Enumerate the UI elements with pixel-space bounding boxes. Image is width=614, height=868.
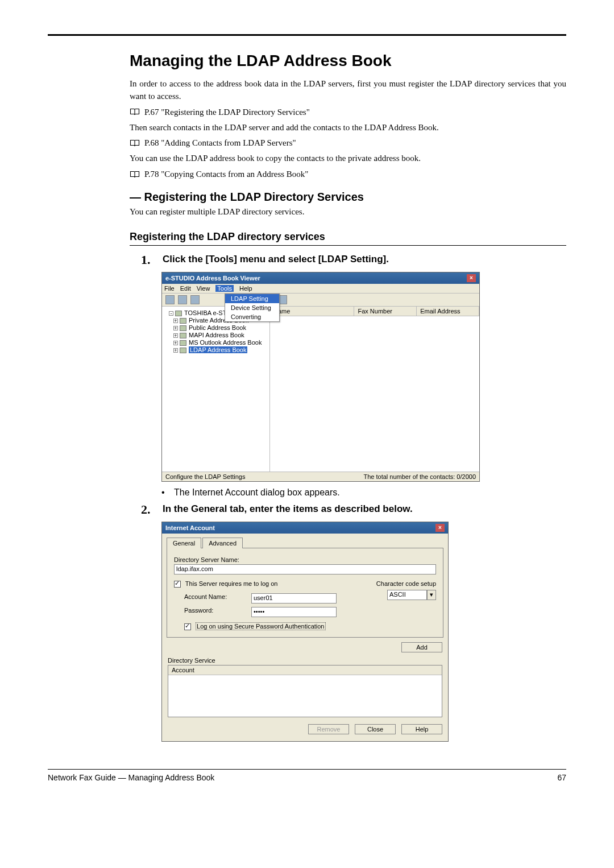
body-line-2: Then search contacts in the LDAP server … (130, 122, 566, 134)
col-account: Account (168, 666, 442, 675)
tree-item-ldap[interactable]: LDAP Address Book (189, 346, 247, 353)
charset-label: Character code setup (376, 580, 436, 587)
bullet-text: The Internet Account dialog box appears. (174, 487, 340, 498)
status-right: The total number of the contacts: 0/2000 (363, 473, 476, 480)
close-icon[interactable]: × (467, 274, 476, 282)
dir-server-label: Directory Server Name: (174, 556, 436, 563)
tab-advanced[interactable]: Advanced (202, 538, 243, 548)
contact-list: Name Fax Number Email Address (270, 307, 479, 472)
intro-text: In order to access to the address book d… (130, 78, 566, 103)
toolbar-icon[interactable] (178, 295, 187, 304)
toolbar-icon[interactable] (190, 295, 200, 304)
close-button[interactable]: Close (355, 724, 396, 734)
password-input[interactable]: ••••• (251, 607, 337, 617)
require-login-checkbox[interactable] (174, 581, 181, 588)
page-title: Managing the LDAP Address Book (130, 52, 566, 70)
col-fax[interactable]: Fax Number (354, 307, 417, 316)
directory-service-list[interactable]: Account (168, 665, 442, 717)
directory-service-label: Directory Service (168, 657, 442, 664)
dialog-title: Internet Account (165, 524, 215, 531)
menu-item-ldap-setting[interactable]: LDAP Setting (225, 294, 279, 303)
tab-general[interactable]: General (167, 538, 201, 548)
tree-item[interactable]: Public Address Book (189, 324, 246, 331)
body-line-3: You can use the LDAP address book to cop… (130, 152, 566, 165)
footer-page-number: 67 (557, 773, 566, 782)
account-name-input[interactable]: user01 (251, 593, 337, 604)
book-icon (130, 108, 140, 116)
secure-auth-checkbox[interactable] (184, 623, 191, 630)
tools-dropdown: LDAP Setting Device Setting Converting (225, 294, 280, 322)
window-title: e-STUDIO Address Book Viewer (165, 275, 260, 282)
menu-bar[interactable]: File Edit View Tools Help LDAP Setting D… (162, 284, 479, 294)
footer-left: Network Fax Guide — Managing Address Boo… (48, 773, 214, 782)
menu-item-converting[interactable]: Converting (225, 312, 279, 321)
account-name-label: Account Name: (184, 593, 247, 604)
add-button[interactable]: Add (401, 642, 442, 652)
secure-auth-label: Log on using Secure Password Authenticat… (196, 622, 325, 630)
tree-item[interactable]: MS Outlook Address Book (189, 339, 262, 346)
internet-account-dialog: Internet Account × General Advanced Dire… (161, 522, 449, 742)
ref-link-1: P.67 "Registering the LDAP Directory Ser… (144, 108, 310, 117)
menu-view[interactable]: View (197, 285, 210, 292)
charset-select[interactable]: ASCII (387, 590, 427, 600)
require-login-label: This Server requires me to log on (185, 580, 278, 587)
close-icon[interactable]: × (435, 524, 445, 532)
toolbar (162, 294, 479, 307)
password-label: Password: (184, 607, 247, 617)
col-name[interactable]: Name (270, 307, 354, 316)
help-button[interactable]: Help (401, 724, 442, 734)
toolbar-icon[interactable] (165, 295, 175, 304)
ref-link-2: P.68 "Adding Contacts from LDAP Servers" (144, 138, 296, 148)
remove-button[interactable]: Remove (308, 724, 349, 734)
step-text-2: In the General tab, enter the items as d… (163, 503, 413, 516)
book-icon (130, 139, 140, 147)
menu-file[interactable]: File (164, 285, 175, 292)
sub-heading: — Registering the LDAP Directory Service… (130, 191, 566, 204)
step-number-2: 2. (141, 503, 156, 516)
dir-server-input[interactable]: ldap.ifax.com (174, 564, 436, 574)
address-book-viewer-window: e-STUDIO Address Book Viewer × File Edit… (161, 272, 480, 482)
menu-help[interactable]: Help (239, 285, 252, 292)
tree-item[interactable]: MAPI Address Book (189, 332, 244, 338)
col-email[interactable]: Email Address (417, 307, 479, 316)
book-icon (130, 171, 140, 179)
chevron-down-icon[interactable]: ▾ (427, 590, 436, 600)
menu-item-device-setting[interactable]: Device Setting (225, 303, 279, 312)
ref-link-3: P.78 "Copying Contacts from an Address B… (144, 170, 309, 179)
menu-tools[interactable]: Tools (215, 285, 234, 292)
procedure-heading: Registering the LDAP directory services (130, 231, 566, 243)
address-book-tree[interactable]: -TOSHIBA e-STUDIO +Private Address Book … (162, 307, 270, 472)
status-left: Configure the LDAP Settings (165, 473, 245, 480)
step-text-1: Click the [Tools] menu and select [LDAP … (163, 254, 389, 266)
step-number-1: 1. (141, 254, 156, 266)
bullet-icon: • (161, 487, 166, 498)
sub-intro: You can register multiple LDAP directory… (130, 206, 566, 218)
menu-edit[interactable]: Edit (180, 285, 191, 292)
